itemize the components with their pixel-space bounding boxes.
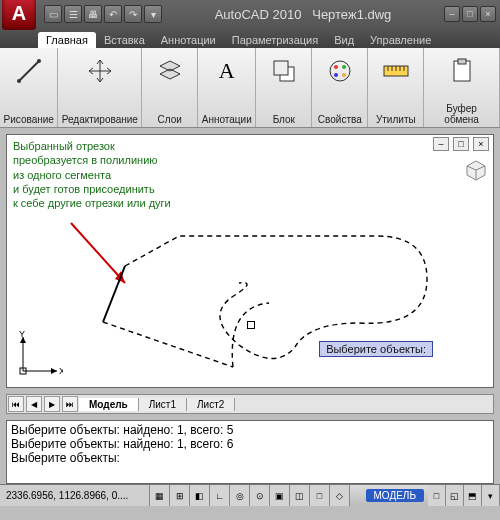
- svg-point-6: [334, 65, 338, 69]
- svg-line-24: [103, 266, 125, 322]
- polar-toggle-icon[interactable]: ∟: [210, 485, 230, 506]
- block-icon: [269, 56, 299, 86]
- svg-marker-26: [51, 368, 57, 374]
- status-extra-icon[interactable]: ⬒: [464, 485, 482, 506]
- qat-new-icon[interactable]: ▭: [44, 5, 62, 23]
- ucs-axes-icon: X Y: [13, 331, 63, 381]
- layers-icon: [155, 56, 185, 86]
- status-menu-icon[interactable]: ▾: [482, 485, 500, 506]
- ortho-toggle-icon[interactable]: ◧: [190, 485, 210, 506]
- dynamic-input-prompt: Выберите объекты:: [319, 341, 433, 357]
- snap-toggle-icon[interactable]: ▦: [150, 485, 170, 506]
- panel-label: Блок: [273, 114, 295, 127]
- qat-open-icon[interactable]: ☰: [64, 5, 82, 23]
- panel-properties[interactable]: Свойства: [312, 48, 368, 127]
- layout-tab-model[interactable]: Модель: [79, 398, 139, 411]
- drawing-canvas[interactable]: – □ × Выбранный отрезок преобразуется в …: [6, 134, 494, 388]
- coordinate-readout[interactable]: 2336.6956, 1126.8966, 0....: [0, 485, 150, 506]
- svg-text:Y: Y: [19, 331, 25, 339]
- svg-point-5: [330, 61, 350, 81]
- otrack-toggle-icon[interactable]: ⊙: [250, 485, 270, 506]
- qat-dropdown-icon[interactable]: ▾: [144, 5, 162, 23]
- tab-nav-next-icon[interactable]: ▶: [44, 396, 60, 412]
- palette-icon: [325, 56, 355, 86]
- minimize-button[interactable]: –: [444, 6, 460, 22]
- command-line[interactable]: Выберите объекты: найдено: 1, всего: 5 В…: [6, 420, 494, 484]
- panel-label: Буфер обмена: [428, 103, 495, 127]
- tab-annotate[interactable]: Аннотации: [153, 32, 224, 48]
- close-button[interactable]: ×: [480, 6, 496, 22]
- layout-tab-2[interactable]: Лист2: [187, 398, 235, 411]
- svg-point-1: [17, 79, 21, 83]
- panel-label: Рисование: [4, 114, 54, 127]
- status-toggles: ▦ ⊞ ◧ ∟ ◎ ⊙ ▣ ◫ □ ◇: [150, 485, 350, 506]
- cursor-pickbox-icon: [247, 321, 255, 329]
- command-prompt-line: Выберите объекты:: [11, 451, 489, 465]
- tab-home[interactable]: Главная: [38, 32, 96, 48]
- qp-toggle-icon[interactable]: ◇: [330, 485, 350, 506]
- tab-nav-first-icon[interactable]: ⏮: [8, 396, 24, 412]
- svg-point-7: [342, 65, 346, 69]
- qat-undo-icon[interactable]: ↶: [104, 5, 122, 23]
- svg-text:X: X: [59, 366, 63, 376]
- grid-toggle-icon[interactable]: ⊞: [170, 485, 190, 506]
- tab-view[interactable]: Вид: [326, 32, 362, 48]
- panel-label: Свойства: [318, 114, 362, 127]
- status-extra-icon[interactable]: □: [428, 485, 446, 506]
- osnap-toggle-icon[interactable]: ◎: [230, 485, 250, 506]
- panel-label: Аннотации: [202, 114, 252, 127]
- panel-modify[interactable]: Редактирование: [58, 48, 142, 127]
- window-controls: – □ ×: [444, 6, 496, 22]
- command-history-line: Выберите объекты: найдено: 1, всего: 6: [11, 437, 489, 451]
- panel-draw[interactable]: Рисование: [0, 48, 58, 127]
- panel-clipboard[interactable]: Буфер обмена: [424, 48, 500, 127]
- svg-rect-17: [458, 59, 466, 64]
- ribbon-tabstrip: Главная Вставка Аннотации Параметризация…: [0, 28, 500, 48]
- svg-point-9: [342, 73, 346, 77]
- ribbon: Рисование Редактирование Слои A Аннотаци…: [0, 48, 500, 128]
- panel-label: Слои: [158, 114, 182, 127]
- text-a-icon: A: [212, 56, 242, 86]
- tab-insert[interactable]: Вставка: [96, 32, 153, 48]
- space-indicator[interactable]: МОДЕЛЬ: [366, 489, 424, 502]
- qat-print-icon[interactable]: 🖶: [84, 5, 102, 23]
- status-right-icons: □ ◱ ⬒ ▾: [428, 485, 500, 506]
- qat-redo-icon[interactable]: ↷: [124, 5, 142, 23]
- app-menu-button[interactable]: A: [2, 0, 36, 30]
- clipboard-icon: [447, 56, 477, 86]
- maximize-button[interactable]: □: [462, 6, 478, 22]
- tab-nav-last-icon[interactable]: ⏭: [62, 396, 78, 412]
- workspace: – □ × Выбранный отрезок преобразуется в …: [0, 128, 500, 418]
- svg-line-0: [19, 61, 39, 81]
- svg-rect-4: [274, 61, 288, 75]
- panel-utilities[interactable]: Утилиты: [368, 48, 424, 127]
- lwt-toggle-icon[interactable]: □: [310, 485, 330, 506]
- tab-nav-prev-icon[interactable]: ◀: [26, 396, 42, 412]
- panel-annotation[interactable]: A Аннотации: [198, 48, 256, 127]
- panel-label: Редактирование: [62, 114, 138, 127]
- line-icon: [14, 56, 44, 86]
- quick-access-toolbar: ▭ ☰ 🖶 ↶ ↷ ▾: [44, 5, 162, 23]
- status-extra-icon[interactable]: ◱: [446, 485, 464, 506]
- svg-point-8: [334, 73, 338, 77]
- panel-layers[interactable]: Слои: [142, 48, 198, 127]
- window-title: AutoCAD 2010 Чертеж1.dwg: [162, 7, 444, 22]
- layout-tab-bar: ⏮ ◀ ▶ ⏭ Модель Лист1 Лист2: [6, 394, 494, 414]
- tab-manage[interactable]: Управление: [362, 32, 439, 48]
- dyn-toggle-icon[interactable]: ◫: [290, 485, 310, 506]
- layout-tab-1[interactable]: Лист1: [139, 398, 187, 411]
- panel-label: Утилиты: [376, 114, 416, 127]
- ruler-icon: [381, 56, 411, 86]
- move-icon: [85, 56, 115, 86]
- status-bar: 2336.6956, 1126.8966, 0.... ▦ ⊞ ◧ ∟ ◎ ⊙ …: [0, 484, 500, 506]
- ducs-toggle-icon[interactable]: ▣: [270, 485, 290, 506]
- svg-point-2: [37, 59, 41, 63]
- panel-block[interactable]: Блок: [256, 48, 312, 127]
- titlebar: A ▭ ☰ 🖶 ↶ ↷ ▾ AutoCAD 2010 Чертеж1.dwg –…: [0, 0, 500, 28]
- tab-parametric[interactable]: Параметризация: [224, 32, 326, 48]
- command-history-line: Выберите объекты: найдено: 1, всего: 5: [11, 423, 489, 437]
